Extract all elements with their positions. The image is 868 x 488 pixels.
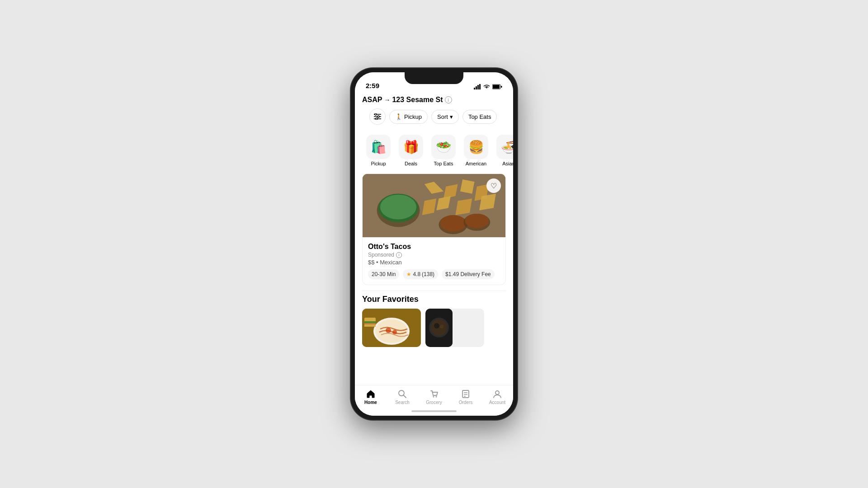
nav-home[interactable]: Home (355, 389, 387, 405)
svg-point-11 (377, 116, 379, 117)
svg-point-16 (380, 195, 416, 220)
favorites-title: Your Favorites (362, 295, 506, 304)
sponsored-row: Sponsored i (368, 252, 500, 258)
american-category-icon: 🍔 (464, 135, 488, 159)
svg-rect-37 (364, 324, 376, 327)
asian-category-label: Asian (502, 161, 513, 166)
svg-marker-22 (455, 198, 472, 215)
svg-rect-35 (364, 321, 376, 323)
account-icon (492, 389, 502, 399)
favorite-card-1[interactable] (362, 309, 421, 347)
svg-point-46 (436, 396, 437, 398)
food-illustration-svg (363, 174, 505, 237)
account-nav-label: Account (489, 400, 505, 405)
favorite-image-2 (425, 309, 453, 347)
rating-value: 4.8 (413, 271, 420, 277)
svg-rect-3 (479, 84, 481, 89)
cuisine-text: $$ • Mexican (368, 259, 500, 266)
phone-screen: 2:59 (355, 72, 513, 416)
nav-orders[interactable]: Orders (450, 389, 481, 405)
favorites-row (355, 309, 513, 347)
header: ASAP → 123 Sesame St i (355, 92, 513, 129)
search-nav-label: Search (395, 400, 410, 405)
svg-rect-1 (476, 86, 477, 89)
app-content: ASAP → 123 Sesame St i (355, 92, 513, 416)
top-eats-filter-button[interactable]: Top Eats (462, 110, 497, 124)
svg-rect-6 (501, 86, 502, 88)
home-icon (366, 389, 376, 399)
svg-point-28 (465, 214, 489, 228)
svg-point-10 (375, 113, 377, 115)
search-icon (397, 389, 407, 399)
nav-account[interactable]: Account (481, 389, 513, 405)
svg-point-42 (440, 325, 443, 328)
sort-filter-button[interactable]: Sort ▾ (431, 110, 459, 124)
rating-chip: ★ 4.8 (138) (403, 269, 438, 279)
address-text[interactable]: 123 Sesame St (392, 96, 443, 104)
restaurant-card[interactable]: ♡ Otto's Tacos Sponsored i $$ (362, 174, 506, 285)
category-pickup[interactable]: 🛍️ Pickup (362, 135, 395, 166)
nav-grocery[interactable]: Grocery (418, 389, 450, 405)
sliders-icon (374, 113, 381, 120)
favorite-card-2[interactable] (425, 309, 484, 347)
pickup-category-label: Pickup (371, 161, 386, 166)
review-count: (138) (422, 271, 434, 277)
restaurant-info: Otto's Tacos Sponsored i $$ • Mexican (363, 237, 505, 285)
nav-search[interactable]: Search (387, 389, 418, 405)
asian-category-icon: 🍜 (496, 135, 513, 159)
address-arrow: → (384, 96, 390, 103)
svg-rect-0 (474, 88, 475, 89)
pickup-filter-label: Pickup (404, 113, 422, 120)
svg-point-26 (440, 215, 466, 231)
signal-icon (474, 84, 481, 89)
sponsored-info-icon[interactable]: i (396, 252, 402, 258)
pickup-icon: 🚶 (395, 113, 402, 120)
favorite-image-1 (362, 309, 421, 347)
category-row: 🛍️ Pickup 🎁 Deals 🥗 Top Eats 🍔 American (355, 129, 513, 168)
main-scroll[interactable]: 🛍️ Pickup 🎁 Deals 🥗 Top Eats 🍔 American (355, 129, 513, 385)
pickup-filter-button[interactable]: 🚶 Pickup (389, 110, 428, 124)
svg-point-41 (434, 323, 439, 328)
top-eats-filter-label: Top Eats (468, 113, 491, 120)
delivery-fee-chip: $1.49 Delivery Fee (442, 269, 495, 279)
status-icons (474, 84, 502, 89)
address-row: ASAP → 123 Sesame St i (362, 96, 506, 104)
address-info-icon[interactable]: i (445, 96, 452, 103)
svg-point-40 (431, 319, 447, 336)
category-asian[interactable]: 🍜 Asian (492, 135, 513, 166)
svg-marker-23 (479, 194, 496, 211)
wifi-icon (483, 84, 490, 89)
delivery-type: ASAP (362, 96, 382, 104)
sponsored-label: Sponsored (368, 252, 394, 258)
delivery-time: 20-30 Min (372, 271, 396, 277)
category-american[interactable]: 🍔 American (460, 135, 492, 166)
orders-nav-label: Orders (459, 400, 473, 405)
filter-icon-button[interactable] (369, 108, 386, 125)
deals-category-label: Deals (405, 161, 417, 166)
fav-food-svg-1 (362, 309, 421, 347)
svg-marker-19 (460, 179, 475, 194)
phone-frame: 2:59 (350, 68, 518, 420)
favorite-button[interactable]: ♡ (486, 178, 501, 193)
heart-icon: ♡ (491, 182, 497, 190)
top-eats-category-label: Top Eats (434, 161, 453, 166)
bottom-nav: Home Search Grocery (355, 385, 513, 407)
category-top-eats[interactable]: 🥗 Top Eats (427, 135, 460, 166)
svg-rect-2 (477, 85, 479, 89)
cuisine-type: Mexican (380, 259, 401, 266)
svg-point-32 (386, 328, 391, 333)
category-deals[interactable]: 🎁 Deals (395, 135, 427, 166)
price-range: $$ (368, 259, 374, 266)
home-bar (411, 410, 457, 412)
american-category-label: American (466, 161, 486, 166)
grocery-icon (429, 389, 439, 399)
top-eats-category-icon: 🥗 (431, 135, 456, 159)
svg-point-33 (392, 330, 397, 334)
orders-icon (461, 389, 471, 399)
meta-row: 20-30 Min ★ 4.8 (138) $1.49 Delivery Fee (368, 269, 500, 279)
fav-food-svg-2 (425, 309, 453, 347)
delivery-time-chip: 20-30 Min (368, 269, 399, 279)
svg-point-51 (495, 391, 499, 394)
home-nav-label: Home (364, 400, 377, 405)
phone-notch (405, 72, 463, 84)
